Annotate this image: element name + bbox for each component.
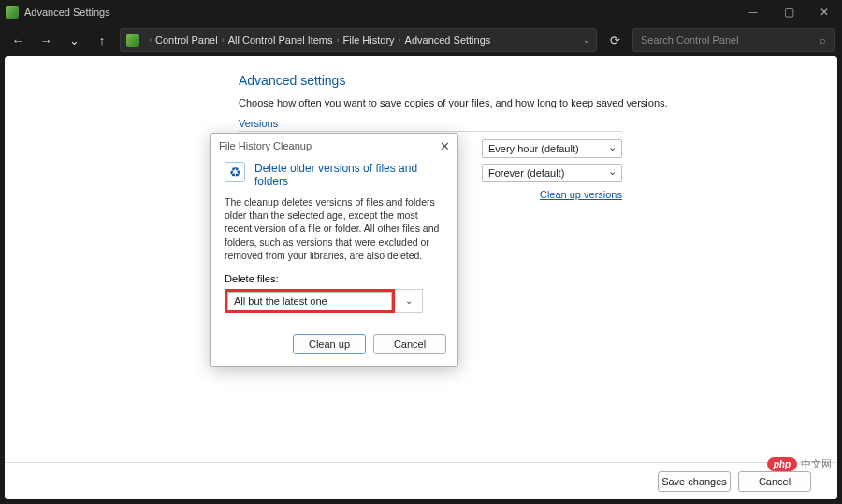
navbar: ← → ⌄ ↑ › Control Panel › All Control Pa…	[0, 24, 842, 56]
window-title: Advanced Settings	[24, 7, 735, 18]
breadcrumb-item[interactable]: File History	[343, 35, 395, 46]
page-heading: Advanced settings	[239, 73, 837, 88]
breadcrumb-item[interactable]: Control Panel	[155, 35, 218, 46]
dialog-close-button[interactable]: ✕	[440, 139, 450, 153]
select-delete-files[interactable]: All but the latest one	[227, 292, 392, 310]
dialog-cleanup-button[interactable]: Clean up	[293, 334, 366, 354]
section-header-versions: Versions	[239, 118, 622, 132]
address-bar[interactable]: › Control Panel › All Control Panel Item…	[120, 28, 597, 52]
address-dropdown-icon[interactable]: ⌄	[583, 36, 590, 45]
search-placeholder: Search Control Panel	[641, 35, 739, 46]
search-input[interactable]: Search Control Panel ⌕	[632, 28, 835, 52]
recycle-icon: ♻	[225, 162, 245, 182]
dialog-footer: Clean up Cancel	[211, 324, 457, 366]
breadcrumb-item[interactable]: Advanced Settings	[405, 35, 491, 46]
select-save-frequency[interactable]: Every hour (default)	[482, 139, 622, 158]
app-icon	[6, 6, 19, 19]
watermark-pill: php	[767, 457, 797, 471]
dialog-titlebar[interactable]: File History Cleanup ✕	[211, 134, 457, 158]
select-keep-duration[interactable]: Forever (default)	[482, 164, 622, 182]
back-button[interactable]: ←	[6, 28, 30, 52]
cancel-button[interactable]: Cancel	[738, 471, 811, 492]
dialog-cancel-button[interactable]: Cancel	[373, 334, 446, 354]
chevron-right-icon: ›	[149, 36, 152, 45]
dialog-title: File History Cleanup	[219, 140, 312, 151]
close-button[interactable]: ✕	[806, 0, 842, 24]
minimize-button[interactable]: ─	[735, 0, 771, 24]
breadcrumb-item[interactable]: All Control Panel Items	[228, 35, 333, 46]
dialog-body: ♻ Delete older versions of files and fol…	[211, 158, 457, 324]
footer: Save changes Cancel	[5, 462, 837, 499]
chevron-right-icon: ›	[337, 36, 340, 45]
watermark: php 中文网	[767, 457, 832, 471]
chevron-right-icon: ›	[222, 36, 225, 45]
forward-button[interactable]: →	[34, 28, 58, 52]
page-subtitle: Choose how often you want to save copies…	[239, 97, 837, 108]
dialog-heading: Delete older versions of files and folde…	[254, 162, 444, 188]
titlebar: Advanced Settings ─ ▢ ✕	[0, 0, 842, 24]
up-button[interactable]: ↑	[90, 28, 114, 52]
highlight-box: All but the latest one	[225, 289, 395, 313]
select-delete-files-wrap: All but the latest one ⌄	[225, 289, 444, 313]
search-icon: ⌕	[820, 35, 826, 46]
chevron-down-icon[interactable]: ⌄	[62, 28, 86, 52]
label-delete-files: Delete files:	[225, 273, 444, 284]
watermark-text: 中文网	[801, 457, 832, 471]
save-changes-button[interactable]: Save changes	[658, 471, 731, 492]
control-panel-icon	[126, 34, 139, 47]
link-clean-up-versions[interactable]: Clean up versions	[540, 189, 622, 200]
maximize-button[interactable]: ▢	[771, 0, 806, 24]
dialog-description: The cleanup deletes versions of files an…	[225, 195, 444, 262]
select-chevron-icon[interactable]: ⌄	[395, 289, 423, 313]
refresh-button[interactable]: ⟳	[602, 28, 627, 52]
dialog-file-history-cleanup: File History Cleanup ✕ ♻ Delete older ve…	[210, 133, 458, 367]
chevron-right-icon: ›	[399, 36, 401, 45]
